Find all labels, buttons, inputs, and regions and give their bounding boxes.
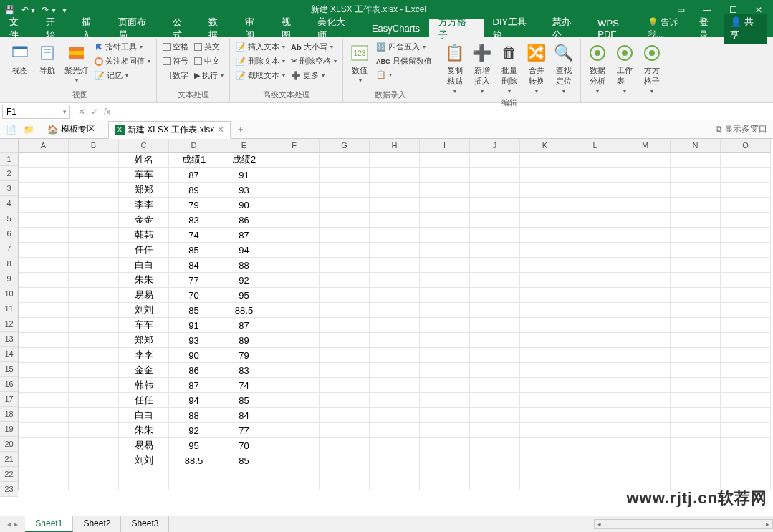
edit-复制粘贴[interactable]: 📋复制粘贴▾ [443, 41, 467, 96]
table-row[interactable]: 刘刘8588.5 [19, 303, 773, 318]
round[interactable]: 🔢四舍五入▾ [375, 41, 433, 53]
table-row[interactable]: 白白8488 [19, 258, 773, 273]
data-more-icon[interactable]: 📋 ▾ [375, 69, 433, 80]
case[interactable]: Ab 大小写▾ [289, 41, 338, 53]
edit-批量删除[interactable]: 🗑批量删除▾ [497, 41, 522, 96]
row-header[interactable]: 22 [0, 467, 18, 482]
table-row[interactable]: 郑郑9389 [19, 333, 773, 348]
table-row[interactable]: 任任9485 [19, 393, 773, 408]
row-header[interactable]: 1 [0, 153, 18, 166]
folder-icon[interactable]: 📁 [24, 125, 34, 135]
new-doc-icon[interactable]: 📄 [6, 125, 16, 135]
table-row[interactable]: 朱朱7792 [19, 273, 773, 288]
row-header[interactable]: 7 [0, 241, 18, 256]
share-button[interactable]: 👤 共享 [724, 14, 767, 44]
sheet-tab-Sheet1[interactable]: Sheet1 [25, 516, 73, 532]
col-header-K[interactable]: K [520, 139, 570, 153]
tab-慧办公[interactable]: 慧办公 [543, 19, 588, 37]
spotlight-button[interactable]: 聚光灯▾ [62, 41, 90, 85]
del-space[interactable]: ✂删除空格▾ [289, 55, 338, 67]
col-header-L[interactable]: L [570, 139, 620, 153]
save-icon[interactable]: 💾 [4, 5, 15, 15]
table-row[interactable] [19, 468, 773, 483]
table-row[interactable]: 任任8594 [19, 243, 773, 258]
numeric-button[interactable]: 123数值▾ [347, 41, 372, 85]
row-header[interactable]: 14 [0, 347, 18, 362]
col-header-N[interactable]: N [671, 139, 721, 153]
col-header-J[interactable]: J [470, 139, 520, 153]
more[interactable]: ➕更多▾ [289, 69, 338, 82]
cb-english[interactable]: 英文 [193, 41, 225, 53]
row-header[interactable]: 21 [0, 452, 18, 467]
table-row[interactable]: 李李9079 [19, 348, 773, 363]
cancel-icon[interactable]: ✕ [78, 107, 85, 117]
tab-WPS PDF[interactable]: WPS PDF [588, 19, 647, 37]
table-row[interactable]: 金金8386 [19, 213, 773, 228]
misc-工作表[interactable]: 工作表▾ [613, 41, 637, 96]
tab-审阅[interactable]: 审阅 [236, 19, 272, 37]
row-header[interactable]: 16 [0, 377, 18, 392]
sheet-nav[interactable]: ◂ ▸ [0, 519, 25, 529]
table-row[interactable]: 金金8683 [19, 363, 773, 378]
sheet-tab-Sheet3[interactable]: Sheet3 [121, 516, 169, 532]
table-row[interactable]: 郑郑8993 [19, 183, 773, 198]
row-header[interactable]: 4 [0, 196, 18, 211]
row-header[interactable]: 18 [0, 407, 18, 422]
row-header[interactable]: 8 [0, 256, 18, 271]
tab-DIY工具箱[interactable]: DIY工具箱 [484, 19, 544, 37]
table-row[interactable]: 韩韩7487 [19, 228, 773, 243]
table-row[interactable]: 车车8791 [19, 168, 773, 183]
col-header-C[interactable]: C [119, 139, 169, 153]
row-header[interactable]: 10 [0, 286, 18, 301]
nav-button[interactable]: 导航 [35, 41, 59, 77]
edit-新增插入[interactable]: ➕新增插入▾ [470, 41, 494, 96]
table-row[interactable]: 刘刘88.585 [19, 453, 773, 468]
extract-text[interactable]: 📝截取文本▾ [234, 69, 287, 82]
table-row[interactable]: 韩韩8774 [19, 378, 773, 393]
undo-icon[interactable]: ↶ ▾ [21, 5, 35, 15]
execute[interactable]: ▶执行▾ [193, 69, 225, 82]
data-rows[interactable]: 姓名成绩1成绩2车车8791郑郑8993李李7990金金8386韩韩7487任任… [19, 153, 773, 490]
insert-text[interactable]: 📝插入文本▾ [234, 41, 287, 53]
add-tab-icon[interactable]: + [238, 125, 243, 135]
tab-视图[interactable]: 视图 [272, 19, 309, 37]
delete-text[interactable]: 📝删除文本▾ [234, 55, 287, 67]
template-tab[interactable]: 🏠 模板专区 [42, 121, 101, 137]
row-header[interactable]: 19 [0, 422, 18, 437]
horizontal-scrollbar[interactable]: ◂▸ [594, 519, 773, 529]
misc-方方格子[interactable]: 方方格子▾ [640, 41, 664, 96]
row-header[interactable]: 2 [0, 166, 18, 181]
table-row[interactable]: 易易7095 [19, 288, 773, 303]
col-header-E[interactable]: E [219, 139, 269, 153]
row-header[interactable]: 5 [0, 211, 18, 226]
tab-页面布局[interactable]: 页面布局 [109, 19, 163, 37]
cb-symbol[interactable]: 符号 [161, 55, 190, 67]
col-header-D[interactable]: D [169, 139, 219, 153]
close-tab-icon[interactable]: ✕ [217, 125, 224, 135]
row-header[interactable]: 20 [0, 437, 18, 452]
row-header[interactable]: 17 [0, 392, 18, 407]
qat-dropdown-icon[interactable]: ▾ [62, 5, 67, 15]
col-header-M[interactable]: M [620, 139, 671, 153]
same-value[interactable]: 关注相同值▾ [93, 55, 152, 67]
memory[interactable]: 📝记忆▾ [93, 69, 152, 82]
select-all-corner[interactable] [0, 139, 18, 153]
col-header-I[interactable]: I [420, 139, 470, 153]
tell-me[interactable]: 💡 告诉我... [648, 16, 692, 41]
cb-space[interactable]: 空格 [161, 41, 190, 53]
table-row[interactable]: 白白8884 [19, 408, 773, 423]
redo-icon[interactable]: ↷ ▾ [42, 5, 55, 15]
table-row[interactable]: 朱朱9277 [19, 423, 773, 438]
table-row[interactable]: 李李7990 [19, 198, 773, 213]
enter-icon[interactable]: ✓ [91, 107, 98, 117]
misc-数据分析[interactable]: 数据分析▾ [585, 41, 610, 96]
file-tab[interactable]: X新建 XLSX 工作表.xlsx ✕ [108, 121, 231, 139]
table-row[interactable]: 易易9570 [19, 438, 773, 453]
col-header-A[interactable]: A [19, 139, 69, 153]
tab-文件[interactable]: 文件 [0, 19, 37, 37]
table-row[interactable]: 姓名成绩1成绩2 [19, 153, 773, 168]
tab-公式[interactable]: 公式 [163, 19, 200, 37]
tab-EasyCharts[interactable]: EasyCharts [363, 19, 429, 37]
col-header-B[interactable]: B [69, 139, 119, 153]
pointer-tool[interactable]: 指针工具▾ [93, 41, 152, 53]
